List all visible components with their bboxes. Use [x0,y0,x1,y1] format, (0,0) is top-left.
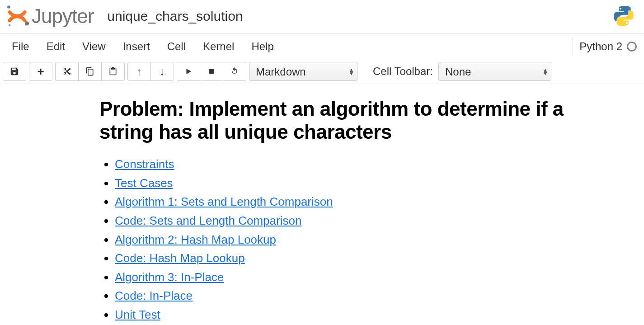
cut-button[interactable] [55,62,79,81]
menubar: File Edit View Insert Cell Kernel Help P… [0,34,644,59]
menu-items: File Edit View Insert Cell Kernel Help [7,35,287,58]
menu-view[interactable]: View [78,35,118,58]
jupyter-icon [5,4,30,29]
list-item: Test Cases [115,174,621,193]
svg-rect-3 [209,69,214,74]
run-cell-button[interactable] [177,62,200,81]
move-cell-down-button[interactable]: ↓ [150,62,174,81]
list-item: Code: In-Place [115,287,621,306]
toc-link-algorithm-1[interactable]: Algorithm 1: Sets and Length Comparison [115,195,333,208]
header: Jupyter unique_chars_solution [0,0,644,34]
play-icon [184,67,193,75]
kernel-indicator-icon [627,42,637,52]
paste-icon [108,67,118,76]
toc-link-constraints[interactable]: Constraints [115,157,174,171]
jupyter-logo-text: Jupyter [32,5,94,28]
cell-toolbar-label: Cell Toolbar: [373,65,433,78]
svg-point-2 [9,24,11,26]
cell-prompt [9,89,99,325]
list-item: Algorithm 2: Hash Map Lookup [115,231,621,250]
python-logo [612,5,639,28]
menu-cell[interactable]: Cell [163,35,198,58]
notebook-title[interactable]: unique_chars_solution [107,9,243,24]
save-icon [9,66,19,76]
toc-list: Constraints Test Cases Algorithm 1: Sets… [99,155,621,324]
menu-insert[interactable]: Insert [118,35,163,58]
list-item: Code: Sets and Length Comparison [115,212,621,231]
jupyter-logo[interactable]: Jupyter [5,4,94,29]
toc-link-code-1[interactable]: Code: Sets and Length Comparison [115,214,301,227]
toc-link-algorithm-3[interactable]: Algorithm 3: In-Place [115,270,224,284]
markdown-cell[interactable]: Problem: Implement an algorithm to deter… [9,89,635,325]
toolbar: + ↑ ↓ Markdown ▴▾ [0,59,644,84]
toc-link-code-3[interactable]: Code: In-Place [115,289,193,302]
cell-rendered: Problem: Implement an algorithm to deter… [99,89,635,325]
arrow-down-icon: ↓ [160,65,165,78]
menu-file[interactable]: File [7,35,42,58]
cell-type-select[interactable]: Markdown [249,62,357,81]
menu-help[interactable]: Help [247,35,286,58]
plus-icon: + [37,65,44,79]
svg-point-0 [7,5,10,9]
list-item: Algorithm 1: Sets and Length Comparison [115,193,621,212]
menu-kernel[interactable]: Kernel [198,35,247,58]
problem-heading: Problem: Implement an algorithm to deter… [99,98,621,143]
stop-icon [208,68,215,75]
cell-toolbar-select[interactable]: None [438,62,551,81]
kernel-name: Python 2 [579,40,622,53]
toc-link-unit-test[interactable]: Unit Test [115,308,160,321]
toc-link-code-2[interactable]: Code: Hash Map Lookup [115,251,245,265]
list-item: Algorithm 3: In-Place [115,268,621,287]
toc-link-algorithm-2[interactable]: Algorithm 2: Hash Map Lookup [115,233,276,246]
list-item: Unit Test [115,306,621,325]
list-item: Constraints [115,155,621,174]
copy-button[interactable] [78,62,102,81]
save-button[interactable] [3,62,26,81]
insert-cell-below-button[interactable]: + [29,62,52,81]
restart-kernel-button[interactable] [223,62,246,81]
paste-button[interactable] [101,62,125,81]
menu-edit[interactable]: Edit [42,35,78,58]
copy-icon [85,67,94,76]
refresh-icon [230,67,239,76]
list-item: Code: Hash Map Lookup [115,249,621,268]
toc-link-test-cases[interactable]: Test Cases [115,176,173,190]
move-cell-up-button[interactable]: ↑ [127,62,151,81]
interrupt-kernel-button[interactable] [200,62,223,81]
notebook-container: Problem: Implement an algorithm to deter… [0,84,644,325]
scissors-icon [62,66,72,76]
arrow-up-icon: ↑ [136,65,142,78]
